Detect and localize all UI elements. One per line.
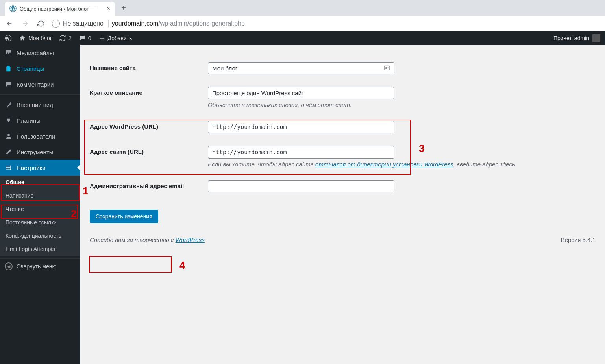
tagline-input[interactable] — [208, 87, 394, 99]
sidebar-item-settings[interactable]: Настройки — [0, 160, 80, 176]
new-tab-button[interactable]: + — [121, 4, 126, 13]
tab-bar: Общие настройки ‹ Мои блог — × + — [0, 0, 605, 16]
blogname-label: Название сайта — [90, 56, 204, 81]
wp-admin-bar: Мои блог 2 0 Добавить Привет, admin — [0, 31, 605, 45]
svg-rect-7 — [6, 166, 10, 167]
sidebar-item-media[interactable]: Медиафайлы — [0, 45, 80, 61]
wordpress-link[interactable]: WordPress — [176, 237, 205, 243]
sidebar-item-users[interactable]: Пользователи — [0, 128, 80, 144]
svg-rect-15 — [388, 67, 389, 67]
tagline-label: Краткое описание — [90, 81, 204, 115]
comments-link[interactable]: 0 — [79, 35, 91, 42]
collapse-icon: ◀ — [5, 262, 13, 270]
wpurl-label: Адрес WordPress (URL) — [90, 115, 204, 140]
sidebar-label: Страницы — [17, 65, 44, 72]
sidebar-label: Внешний вид — [17, 102, 53, 108]
annotation-2: 2 — [71, 208, 76, 220]
sidebar-label: Комментарии — [17, 81, 54, 88]
site-name: Мои блог — [28, 35, 52, 41]
siteurl-input[interactable] — [208, 146, 394, 159]
svg-point-14 — [385, 67, 387, 68]
close-icon[interactable]: × — [107, 5, 110, 12]
annotation-3: 3 — [419, 142, 424, 155]
tagline-desc: Объясните в нескольких словах, о чём это… — [208, 102, 592, 108]
users-icon — [5, 132, 13, 140]
blogname-input[interactable] — [208, 62, 394, 74]
updates-count: 2 — [68, 35, 72, 41]
svg-rect-11 — [6, 169, 10, 170]
add-new-label: Добавить — [108, 35, 132, 41]
submenu-item-writing[interactable]: Написание — [0, 189, 80, 202]
wpurl-input[interactable] — [208, 121, 394, 133]
svg-point-10 — [6, 167, 7, 168]
submenu-item-limit-login[interactable]: Limit Login Attempts — [0, 242, 80, 256]
svg-point-6 — [7, 134, 10, 136]
pages-icon — [5, 65, 13, 72]
admin-email-input[interactable] — [208, 180, 394, 192]
siteurl-label: Адрес сайта (URL) — [90, 140, 204, 174]
svg-point-8 — [10, 166, 11, 167]
browser-tab[interactable]: Общие настройки ‹ Мои блог — × — [5, 2, 115, 16]
url-text: yourdomain.com/wp-admin/options-general.… — [112, 20, 245, 27]
svg-rect-9 — [7, 167, 11, 168]
tools-icon — [5, 148, 13, 156]
wordpress-favicon-icon — [9, 5, 17, 12]
svg-rect-4 — [9, 52, 11, 53]
svg-point-3 — [7, 52, 8, 54]
footer: Спасибо вам за творчество с WordPress. В… — [90, 223, 596, 248]
user-menu[interactable]: Привет, admin — [553, 34, 600, 42]
annotation-4: 4 — [179, 259, 185, 272]
media-icon — [5, 49, 13, 57]
sidebar-item-appearance[interactable]: Внешний вид — [0, 97, 80, 113]
settings-submenu: Общие Написание Чтение Постоянные ссылки… — [0, 176, 80, 256]
submenu-item-reading[interactable]: Чтение — [0, 202, 80, 216]
wp-logo-icon[interactable] — [5, 35, 12, 42]
updates-link[interactable]: 2 — [59, 35, 72, 42]
submenu-item-permalinks[interactable]: Постоянные ссылки — [0, 216, 80, 229]
comments-count: 0 — [88, 35, 91, 41]
siteurl-desc-link[interactable]: отличался от директории установки WordPr… — [315, 161, 453, 168]
settings-icon — [5, 164, 13, 172]
forward-button[interactable] — [20, 19, 30, 28]
reload-button[interactable] — [36, 19, 46, 28]
add-new-link[interactable]: Добавить — [98, 35, 132, 42]
admin-email-label: Административный адрес email — [90, 174, 204, 199]
collapse-label: Свернуть меню — [17, 263, 56, 270]
sidebar-item-comments[interactable]: Комментарии — [0, 76, 80, 92]
appearance-icon — [5, 101, 13, 109]
info-icon[interactable]: i — [52, 20, 60, 28]
sidebar-label: Пользователи — [17, 133, 55, 140]
address-bar[interactable]: i Не защищено yourdomain.com/wp-admin/op… — [52, 20, 600, 28]
content-area: 1 2 3 4 Название сайта Краткое описание — [80, 45, 605, 364]
comments-icon — [5, 80, 13, 88]
site-link[interactable]: Мои блог — [19, 35, 52, 42]
sidebar-label: Инструменты — [17, 149, 54, 155]
submenu-item-privacy[interactable]: Конфиденциальность — [0, 229, 80, 242]
sidebar-item-pages[interactable]: Страницы — [0, 61, 80, 76]
contact-card-icon — [383, 64, 390, 72]
admin-sidebar: Медиафайлы Страницы Комментарии Внешний … — [0, 45, 80, 364]
greeting-text: Привет, admin — [553, 35, 589, 41]
version-text: Версия 5.4.1 — [561, 237, 596, 243]
sidebar-item-tools[interactable]: Инструменты — [0, 144, 80, 160]
svg-rect-16 — [388, 68, 389, 68]
svg-point-12 — [10, 168, 11, 170]
collapse-menu[interactable]: ◀ Свернуть меню — [0, 258, 80, 274]
browser-toolbar: i Не защищено yourdomain.com/wp-admin/op… — [0, 16, 605, 31]
tab-title: Общие настройки ‹ Мои блог — — [20, 6, 104, 12]
back-button[interactable] — [5, 19, 14, 28]
save-button[interactable]: Сохранить изменения — [90, 210, 158, 223]
security-status: Не защищено — [63, 20, 109, 27]
avatar — [592, 34, 600, 42]
browser-chrome: Общие настройки ‹ Мои блог — × + i Не за… — [0, 0, 605, 31]
settings-form: Название сайта Краткое описание Объяснит… — [90, 56, 596, 199]
annotation-box-4 — [89, 256, 172, 273]
plugins-icon — [5, 116, 13, 124]
sidebar-item-plugins[interactable]: Плагины — [0, 113, 80, 128]
submenu-item-general[interactable]: Общие — [0, 176, 80, 189]
annotation-1: 1 — [83, 185, 88, 197]
sidebar-label: Медиафайлы — [17, 50, 54, 56]
sidebar-label: Плагины — [17, 117, 41, 124]
svg-rect-5 — [9, 53, 11, 54]
sidebar-label: Настройки — [17, 164, 46, 171]
